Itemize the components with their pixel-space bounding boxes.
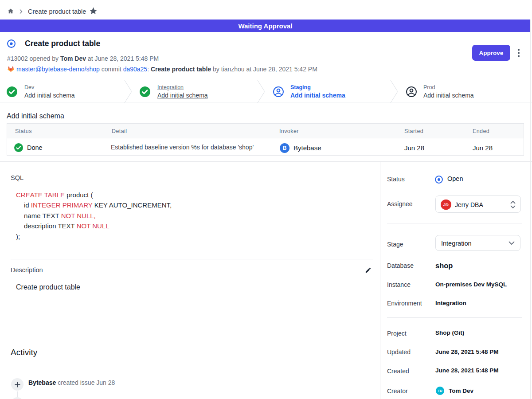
svg-text:B: B xyxy=(283,145,287,151)
